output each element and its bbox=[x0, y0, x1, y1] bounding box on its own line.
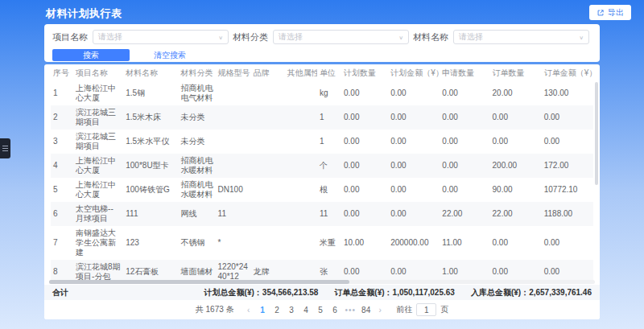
summary-total-label: 合计 bbox=[52, 287, 68, 298]
prev-page-button[interactable]: ‹ bbox=[243, 306, 254, 315]
column-header: 计划金额（¥） bbox=[388, 64, 440, 81]
page-title: 材料计划执行表 bbox=[46, 6, 122, 21]
search-button[interactable]: 搜索 bbox=[52, 49, 130, 61]
filter-project: 项目名称 请选择 ∨ bbox=[52, 30, 229, 44]
table-cell: kg bbox=[317, 81, 341, 105]
table-cell: 1 bbox=[317, 105, 341, 130]
page-number[interactable]: 2 bbox=[271, 305, 283, 315]
sidebar-toggle[interactable] bbox=[0, 138, 10, 158]
table-cell bbox=[251, 130, 285, 154]
table-cell: 0.00 bbox=[388, 130, 440, 154]
table-cell: 5 bbox=[51, 178, 73, 202]
page-ellipsis: ••• bbox=[344, 305, 358, 315]
export-icon bbox=[597, 9, 605, 17]
horizontal-scrollbar-thumb[interactable] bbox=[49, 280, 349, 284]
material-category-placeholder: 请选择 bbox=[279, 31, 303, 43]
column-header: 计划数量 bbox=[341, 64, 388, 81]
material-category-label: 材料分类 bbox=[233, 31, 268, 43]
results-table-panel: 序号项目名称材料名称材料分类规格型号品牌其他属性单位计划数量计划金额（¥）申请数… bbox=[44, 64, 600, 319]
page-number[interactable]: 1 bbox=[257, 305, 269, 315]
table-cell bbox=[285, 154, 317, 178]
chevron-down-icon: ∨ bbox=[398, 34, 403, 39]
column-header: 其他属性 bbox=[285, 64, 317, 81]
goto-prefix-label: 前往 bbox=[396, 304, 412, 315]
project-name-placeholder: 请选择 bbox=[98, 31, 122, 43]
table-cell bbox=[216, 81, 251, 105]
table-cell: 3 bbox=[51, 130, 73, 154]
column-header: 规格型号 bbox=[216, 64, 251, 81]
goto-suffix-label: 页 bbox=[440, 304, 448, 315]
table-cell: 4 bbox=[51, 154, 73, 178]
clear-search-link[interactable]: 清空搜索 bbox=[154, 50, 186, 61]
table-row: 6太空电梯--月球项目111网线11110.000.0022.0022.0011… bbox=[51, 202, 593, 226]
table-cell: 0.00 bbox=[341, 105, 388, 130]
table-cell bbox=[251, 226, 285, 260]
table-cell: 0.00 bbox=[440, 105, 489, 130]
next-page-button[interactable]: › bbox=[374, 306, 386, 315]
table-cell: 南钢盛达大学生公寓新建 bbox=[73, 226, 123, 260]
table-cell: 0.00 bbox=[341, 130, 388, 154]
table-cell: 0.00 bbox=[490, 226, 542, 260]
table-cell: 22.00 bbox=[490, 202, 542, 226]
table-cell: 上海松江中心大厦 bbox=[73, 154, 123, 178]
table-cell: 招商机电水暖材料 bbox=[178, 154, 215, 178]
table-cell: 0.00 bbox=[388, 105, 440, 130]
column-header: 项目名称 bbox=[73, 64, 123, 81]
page-number[interactable]: 6 bbox=[329, 305, 341, 315]
table-cell: 90.00 bbox=[490, 178, 542, 202]
table-cell: 0.00 bbox=[490, 105, 542, 130]
table-cell: 0.00 bbox=[341, 202, 388, 226]
goto-page-input[interactable] bbox=[416, 303, 436, 316]
table-cell: 0.00 bbox=[388, 81, 440, 105]
material-name-select[interactable]: 请选择 ∨ bbox=[453, 30, 589, 44]
table-cell bbox=[285, 130, 317, 154]
table-cell: 0.00 bbox=[388, 202, 440, 226]
table-cell: 0.00 bbox=[341, 178, 388, 202]
pager: ‹ 123456•••84 › bbox=[243, 305, 386, 315]
page-number[interactable]: 84 bbox=[360, 305, 372, 315]
table-cell: 根 bbox=[317, 178, 341, 202]
export-button[interactable]: 导出 bbox=[589, 5, 631, 20]
material-category-select[interactable]: 请选择 ∨ bbox=[273, 30, 409, 44]
page-number[interactable]: 5 bbox=[315, 305, 327, 315]
summary-row: 合计 计划总金额(¥)：354,566,213.58 订单总金额(¥)：1,05… bbox=[44, 285, 600, 300]
table-cell: 1188.00 bbox=[542, 202, 593, 226]
table-cell: 130.00 bbox=[542, 81, 593, 105]
total-count-text: 共 1673 条 bbox=[196, 304, 234, 315]
table-cell: 0.00 bbox=[542, 105, 593, 130]
vertical-scrollbar[interactable] bbox=[595, 82, 598, 185]
table-cell bbox=[285, 226, 317, 260]
table-cell: 100铸铁管G bbox=[123, 178, 178, 202]
column-header: 申请数量 bbox=[440, 64, 489, 81]
table-cell: 10772.10 bbox=[542, 178, 593, 202]
table-cell: 0.00 bbox=[440, 154, 489, 178]
table-cell: 0.00 bbox=[388, 178, 440, 202]
filter-panel: 项目名称 请选择 ∨ 材料分类 请选择 ∨ 材料名称 请选择 ∨ 搜索 清空搜索 bbox=[44, 24, 600, 62]
table-cell: 滨江花城三期项目 bbox=[73, 130, 123, 154]
page-list: 123456•••84 bbox=[257, 305, 373, 315]
table-header-row: 序号项目名称材料名称材料分类规格型号品牌其他属性单位计划数量计划金额（¥）申请数… bbox=[51, 64, 593, 81]
table-cell: 0.00 bbox=[388, 154, 440, 178]
column-header: 订单金额（¥） bbox=[542, 64, 593, 81]
table-cell: 网线 bbox=[178, 202, 215, 226]
project-name-select[interactable]: 请选择 ∨ bbox=[93, 30, 229, 44]
table-cell: 未分类 bbox=[178, 130, 215, 154]
column-header: 序号 bbox=[51, 64, 73, 81]
table-cell bbox=[251, 105, 285, 130]
table-cell: 1.5米木床 bbox=[123, 105, 178, 130]
table-row: 4上海松江中心大厦100*8U型卡招商机电水暖材料个0.000.000.0020… bbox=[51, 154, 593, 178]
table-cell: 0.00 bbox=[490, 130, 542, 154]
table-row: 1上海松江中心大厦1.5钢招商机电电气材料kg0.000.000.0020.00… bbox=[51, 81, 593, 105]
table-cell: 1 bbox=[317, 130, 341, 154]
table-cell: 上海松江中心大厦 bbox=[73, 178, 123, 202]
project-name-label: 项目名称 bbox=[52, 31, 88, 43]
page-number[interactable]: 3 bbox=[286, 305, 298, 315]
page-number[interactable]: 4 bbox=[300, 305, 312, 315]
table-cell: 11 bbox=[317, 202, 341, 226]
table-cell bbox=[216, 105, 251, 130]
table-row: 5上海松江中心大厦100铸铁管G招商机电水暖材料DN100根0.000.000.… bbox=[51, 178, 593, 202]
table-cell bbox=[251, 202, 285, 226]
table-cell: 0.00 bbox=[440, 130, 489, 154]
table-cell: 20.00 bbox=[490, 81, 542, 105]
table-cell: 2 bbox=[51, 105, 73, 130]
